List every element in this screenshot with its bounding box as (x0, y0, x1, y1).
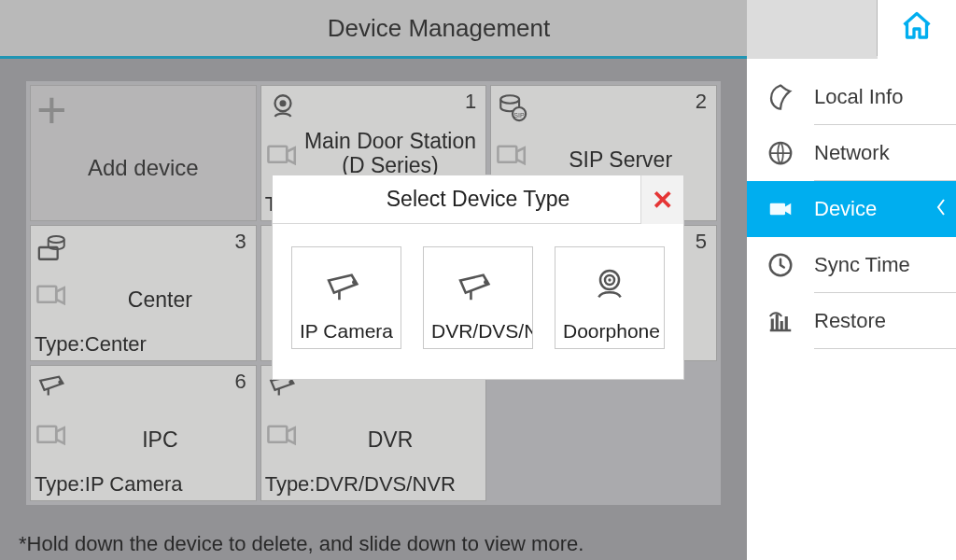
camera-icon (36, 284, 68, 308)
plus-icon: + (36, 88, 67, 133)
doorphone-icon (591, 266, 628, 307)
home-button[interactable] (878, 0, 956, 56)
sidebar-item-label: Restore (814, 309, 956, 333)
device-type-option-dvr[interactable]: DVR/DVS/N (423, 246, 533, 349)
svg-point-12 (49, 236, 64, 243)
device-card[interactable]: 6 IPC Type:IP Camera (30, 365, 257, 501)
globe-icon (766, 138, 795, 168)
sidebar-item-label: Network (814, 141, 956, 165)
device-type: Type:DVR/DVS/NVR (265, 472, 456, 497)
clock-icon (766, 250, 795, 280)
option-label: Doorphone (555, 320, 660, 343)
sidebar-item-local-info[interactable]: Local Info (747, 69, 956, 125)
device-index: 3 (234, 230, 246, 254)
modal-scrim (0, 0, 878, 59)
footer-hint: *Hold down the device to delete, and sli… (19, 532, 583, 556)
device-name: Main Door Station (D Series) (302, 129, 479, 177)
svg-rect-6 (268, 147, 287, 162)
dialog-title: Select Device Type (273, 187, 683, 212)
device-index: 1 (465, 90, 476, 114)
device-name: DVR (302, 427, 479, 452)
ipc-icon (325, 272, 368, 307)
sip-icon: SIP (497, 91, 528, 123)
svg-rect-17 (37, 427, 56, 442)
camera-icon (267, 144, 299, 168)
svg-rect-19 (268, 427, 287, 442)
svg-rect-1 (770, 203, 785, 216)
device-type: Type:Center (35, 332, 147, 357)
camera-icon (497, 144, 528, 168)
restore-icon (766, 306, 795, 336)
svg-point-20 (352, 280, 357, 285)
svg-point-16 (58, 380, 62, 384)
device-index: 5 (696, 230, 707, 254)
ipc-icon (457, 272, 499, 307)
sidebar-item-restore[interactable]: Restore (747, 293, 956, 349)
add-device-label: Add device (88, 155, 199, 181)
leaf-icon (766, 82, 795, 112)
device-type: Type:IP Camera (35, 472, 183, 497)
home-icon (900, 9, 934, 47)
svg-point-24 (608, 278, 611, 281)
doorphone-icon (267, 91, 299, 123)
sidebar-item-network[interactable]: Network (747, 125, 956, 181)
device-card[interactable]: DVR Type:DVR/DVS/NVR (260, 365, 487, 501)
sidebar-item-label: Local Info (814, 85, 956, 109)
device-name: Center (72, 287, 248, 312)
svg-text:SIP: SIP (514, 112, 526, 119)
svg-point-5 (279, 100, 286, 106)
device-card[interactable]: 3 Center Type:Center (30, 225, 257, 361)
dialog-body: IP Camera DVR/DVS/N Doorphone (273, 224, 683, 379)
svg-point-21 (484, 280, 488, 285)
sidebar-item-label: Sync Time (814, 253, 956, 277)
center-icon (36, 231, 68, 263)
dialog-close-button[interactable]: ✕ (640, 175, 683, 224)
device-index: 2 (696, 90, 707, 114)
svg-rect-13 (37, 287, 56, 302)
device-type-option-ip-camera[interactable]: IP Camera (291, 246, 401, 349)
ipc-icon (36, 371, 68, 403)
svg-point-7 (501, 95, 520, 104)
dialog-header: Select Device Type ✕ (273, 175, 683, 224)
chevron-left-icon (935, 198, 947, 220)
svg-rect-10 (499, 147, 517, 162)
option-label: DVR/DVS/N (424, 320, 533, 343)
camera-icon (267, 424, 299, 448)
close-icon: ✕ (652, 185, 673, 216)
device-index: 6 (234, 370, 246, 394)
select-device-type-dialog: Select Device Type ✕ IP Camera DVR/DVS/N… (273, 175, 683, 379)
device-name: IPC (72, 427, 248, 452)
sidebar-item-sync-time[interactable]: Sync Time (747, 237, 956, 293)
sidebar-item-device[interactable]: Device (747, 181, 956, 237)
camera-icon (36, 424, 68, 448)
device-icon (766, 194, 795, 224)
device-type-option-doorphone[interactable]: Doorphone (555, 246, 665, 349)
option-label: IP Camera (292, 320, 393, 343)
divider (814, 348, 956, 349)
sidebar: Local Info Network Device Sync Time Rest… (747, 60, 956, 560)
device-name: SIP Server (532, 147, 709, 172)
add-device-card[interactable]: + Add device (30, 85, 257, 221)
svg-point-18 (288, 380, 292, 384)
